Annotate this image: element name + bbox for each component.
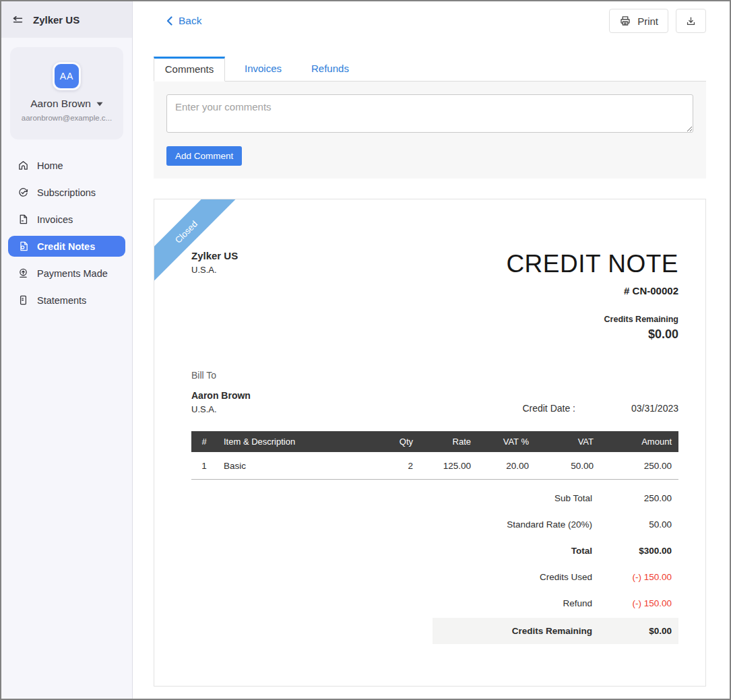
toolbar: Back Print [154,1,706,40]
sidebar-item-home[interactable]: Home [8,155,125,176]
tab-bar: Comments Invoices Refunds [154,57,706,82]
avatar-initials: AA [60,71,74,82]
company-block: Zylker US U.S.A. [191,250,238,275]
back-button[interactable]: Back [166,15,201,27]
chevron-left-icon [166,16,172,26]
column-header: Rate [420,431,478,452]
total-row-credits-used: Credits Used (-) 150.00 [433,564,678,590]
cell-qty: 2 [371,452,420,480]
credit-date-label: Credit Date : [522,403,575,414]
sidebar-item-subscriptions[interactable]: Subscriptions [8,182,125,203]
toolbar-actions: Print [609,9,706,33]
total-row-subtotal: Sub Total 250.00 [433,485,678,511]
bill-to-label: Bill To [191,370,251,381]
cell-vat-percent: 20.00 [478,452,536,480]
column-header: VAT [536,431,600,452]
sidebar-item-statements[interactable]: Statements [8,290,125,311]
sidebar-item-label: Home [37,160,63,171]
back-label: Back [179,15,201,27]
home-icon [18,160,29,171]
sidebar-header: Zylker US [1,1,132,38]
print-label: Print [637,15,658,27]
sidebar-item-label: Payments Made [37,268,108,279]
sidebar-item-payments-made[interactable]: Payments Made [8,263,125,284]
print-button[interactable]: Print [609,9,668,33]
caret-down-icon [96,102,103,106]
document-meta: CREDIT NOTE # CN-00002 Credits Remaining… [506,250,678,342]
sidebar-item-label: Statements [37,295,86,306]
cell-item: Basic [217,452,371,480]
sidebar: Zylker US AA Aaron Brown aaronbrown@exam… [1,1,133,699]
column-header: Amount [600,431,678,452]
main-content: Back Print Comments Invoices Refunds Add… [133,1,730,699]
company-country: U.S.A. [191,265,238,275]
avatar: AA [53,62,81,90]
credit-date: Credit Date : 03/31/2023 [522,403,678,414]
profile-card: AA Aaron Brown aaronbrown@example.c... [10,47,123,139]
tab-invoices[interactable]: Invoices [230,57,296,81]
app-window: Zylker US AA Aaron Brown aaronbrown@exam… [0,0,731,700]
collapse-sidebar-icon[interactable] [11,13,24,26]
sidebar-nav: Home Subscriptions Invoices Credit Notes… [1,155,132,311]
document-number: # CN-00002 [506,285,678,296]
comment-input[interactable] [166,94,693,133]
sidebar-item-label: Credit Notes [37,241,95,252]
profile-email: aaronbrown@example.c... [15,114,118,122]
sidebar-item-credit-notes[interactable]: Credit Notes [8,236,125,257]
credit-note-document: Closed Zylker US U.S.A. CREDIT NOTE # CN… [154,199,706,687]
cell-amount: 250.00 [600,452,678,480]
table-header-row: # Item & Description Qty Rate VAT % VAT … [191,431,678,452]
total-row-credits-remaining: Credits Remaining $0.00 [433,618,678,644]
table-row: 1 Basic 2 125.00 20.00 50.00 250.00 [191,452,678,480]
add-comment-button[interactable]: Add Comment [166,146,242,166]
document-header: Zylker US U.S.A. CREDIT NOTE # CN-00002 … [191,250,678,342]
billing-row: Bill To Aaron Brown U.S.A. Credit Date :… [191,370,678,414]
payments-made-icon [18,267,29,279]
invoice-icon [18,214,29,225]
sidebar-item-label: Invoices [37,214,73,225]
document-title: CREDIT NOTE [506,251,678,276]
bill-to-name: Aaron Brown [191,390,251,401]
subscriptions-icon [18,187,29,198]
download-icon [685,15,697,27]
download-button[interactable] [676,9,706,33]
column-header: # [191,431,217,452]
statements-icon [18,294,29,306]
profile-menu[interactable]: Aaron Brown [15,98,118,110]
tab-comments[interactable]: Comments [154,57,225,82]
printer-icon [619,15,631,27]
total-row-total: Total $300.00 [433,538,678,564]
sidebar-item-label: Subscriptions [37,187,96,198]
comments-panel: Add Comment [154,82,706,179]
column-header: Qty [371,431,420,452]
cell-vat: 50.00 [536,452,600,480]
total-row-tax: Standard Rate (20%) 50.00 [433,511,678,538]
org-name: Zylker US [33,14,80,26]
credit-date-value: 03/31/2023 [575,403,678,414]
line-items-table: # Item & Description Qty Rate VAT % VAT … [191,431,678,480]
cell-rate: 125.00 [420,452,478,480]
cell-index: 1 [191,452,217,480]
credit-note-icon [18,241,29,252]
credits-remaining-label: Credits Remaining [506,315,678,324]
bill-to-block: Bill To Aaron Brown U.S.A. [191,370,251,414]
tab-refunds[interactable]: Refunds [296,57,364,81]
total-row-refund: Refund (-) 150.00 [433,590,678,616]
totals-section: Sub Total 250.00 Standard Rate (20%) 50.… [433,485,678,644]
column-header: VAT % [478,431,536,452]
company-name: Zylker US [191,250,238,261]
status-ribbon-label: Closed [172,218,199,245]
credits-remaining-value: $0.00 [506,327,678,342]
column-header: Item & Description [217,431,371,452]
profile-name: Aaron Brown [30,98,91,110]
bill-to-country: U.S.A. [191,404,251,414]
sidebar-item-invoices[interactable]: Invoices [8,209,125,230]
